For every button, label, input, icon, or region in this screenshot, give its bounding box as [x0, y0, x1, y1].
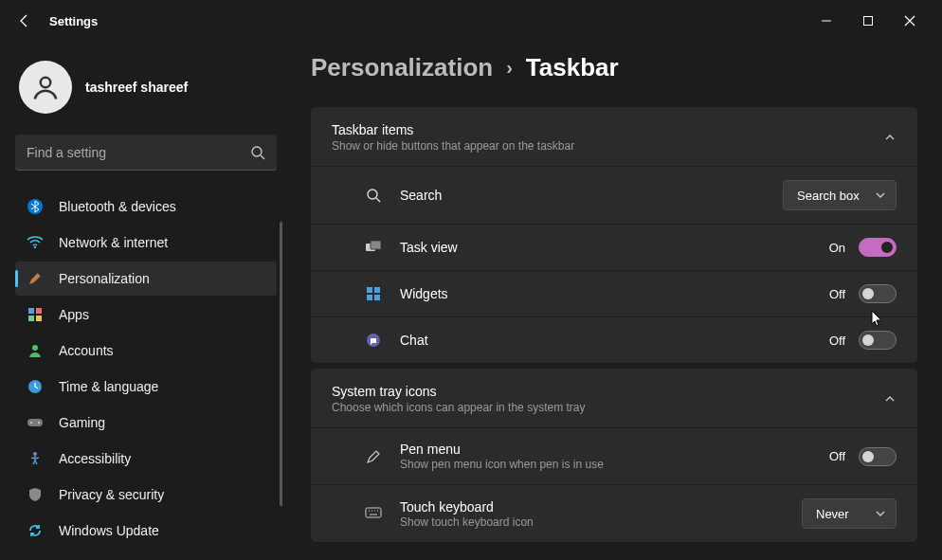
svg-point-14: [30, 422, 32, 424]
sidebar-item-bluetooth[interactable]: Bluetooth & devices: [15, 190, 277, 224]
toggle-state-label: Off: [829, 334, 845, 348]
window-title: Settings: [49, 14, 98, 28]
widgets-icon: [364, 286, 383, 301]
svg-line-4: [261, 155, 264, 159]
chevron-up-icon: [883, 392, 897, 406]
back-button[interactable]: [8, 4, 42, 38]
search-icon: [250, 145, 265, 160]
accessibility-icon: [27, 450, 44, 467]
search-field[interactable]: [27, 145, 250, 160]
row-subtitle: Show pen menu icon when pen is in use: [400, 458, 829, 471]
svg-rect-24: [374, 295, 380, 300]
task-view-icon: [364, 241, 383, 254]
sidebar-item-apps[interactable]: Apps: [15, 298, 277, 332]
minimize-button[interactable]: [817, 11, 836, 30]
person-icon: [27, 342, 44, 359]
row-title: Widgets: [400, 286, 829, 301]
row-search: Search Search box: [311, 166, 917, 224]
row-title: Touch keyboard: [400, 499, 802, 515]
row-title: Search: [400, 188, 783, 203]
widgets-toggle[interactable]: [859, 284, 897, 303]
chevron-right-icon: ›: [506, 57, 513, 79]
clock-icon: [27, 378, 44, 395]
svg-rect-8: [36, 308, 42, 314]
sidebar-item-time-language[interactable]: Time & language: [15, 370, 277, 404]
paintbrush-icon: [27, 270, 44, 287]
maximize-button[interactable]: [859, 11, 878, 30]
group-title: Taskbar items: [332, 122, 883, 137]
svg-line-18: [376, 198, 380, 202]
sidebar-item-label: Privacy & security: [59, 487, 164, 502]
sidebar-item-label: Personalization: [59, 271, 150, 286]
user-name: tashreef shareef: [85, 80, 188, 95]
svg-point-15: [38, 422, 40, 424]
dropdown-value: Search box: [797, 189, 860, 203]
close-button[interactable]: [900, 11, 919, 30]
svg-point-2: [41, 78, 51, 88]
row-touch-keyboard: Touch keyboard Show touch keyboard icon …: [311, 484, 917, 542]
touch-keyboard-dropdown[interactable]: Never: [802, 498, 897, 529]
svg-rect-1: [864, 17, 873, 26]
svg-rect-7: [28, 308, 34, 314]
pen-menu-toggle[interactable]: [859, 447, 897, 466]
svg-point-17: [368, 190, 377, 199]
svg-point-16: [33, 452, 37, 456]
task-view-toggle[interactable]: [859, 238, 897, 257]
chevron-down-icon: [875, 190, 886, 201]
svg-rect-21: [367, 287, 372, 293]
shield-icon: [27, 486, 44, 503]
dropdown-value: Never: [816, 507, 849, 521]
sidebar-item-gaming[interactable]: Gaming: [15, 406, 277, 440]
sidebar-item-label: Apps: [59, 307, 89, 322]
sidebar-item-label: Bluetooth & devices: [59, 199, 176, 214]
search-input[interactable]: [15, 135, 277, 171]
toggle-state-label: Off: [829, 287, 845, 301]
row-task-view: Task view On: [311, 224, 917, 270]
sidebar-item-accessibility[interactable]: Accessibility: [15, 442, 277, 476]
svg-point-6: [34, 246, 36, 248]
sidebar-item-label: Accessibility: [59, 451, 131, 466]
apps-icon: [27, 306, 44, 323]
chat-toggle[interactable]: [859, 331, 897, 350]
group-header-system-tray[interactable]: System tray icons Choose which icons can…: [311, 369, 917, 427]
group-header-taskbar-items[interactable]: Taskbar items Show or hide buttons that …: [311, 107, 917, 166]
sidebar-item-network[interactable]: Network & internet: [15, 226, 277, 260]
svg-rect-23: [367, 295, 372, 300]
group-subtitle: Show or hide buttons that appear on the …: [332, 139, 883, 153]
user-profile[interactable]: tashreef shareef: [15, 53, 277, 131]
wifi-icon: [27, 234, 44, 251]
gamepad-icon: [27, 414, 44, 431]
sidebar-item-windows-update[interactable]: Windows Update: [15, 514, 277, 548]
sidebar-item-personalization[interactable]: Personalization: [15, 262, 277, 296]
chevron-up-icon: [883, 131, 897, 144]
avatar: [19, 61, 72, 114]
row-widgets: Widgets Off: [311, 270, 917, 316]
sidebar-item-privacy[interactable]: Privacy & security: [15, 478, 277, 512]
sidebar-scrollbar[interactable]: [280, 222, 282, 506]
chat-icon: [364, 333, 383, 348]
row-subtitle: Show touch keyboard icon: [400, 515, 802, 529]
toggle-state-label: On: [829, 241, 845, 255]
bluetooth-icon: [27, 198, 44, 215]
breadcrumb-parent[interactable]: Personalization: [311, 53, 493, 82]
sidebar-item-label: Network & internet: [59, 235, 168, 250]
sidebar-item-label: Gaming: [59, 415, 105, 430]
sidebar-item-label: Time & language: [59, 379, 158, 394]
svg-point-3: [252, 147, 262, 156]
keyboard-icon: [364, 507, 383, 520]
row-title: Pen menu: [400, 442, 829, 457]
group-subtitle: Choose which icons can appear in the sys…: [332, 401, 883, 414]
update-icon: [27, 522, 44, 539]
search-dropdown[interactable]: Search box: [783, 180, 897, 210]
row-title: Task view: [400, 240, 829, 255]
row-pen-menu: Pen menu Show pen menu icon when pen is …: [311, 427, 917, 484]
sidebar-item-accounts[interactable]: Accounts: [15, 334, 277, 368]
chevron-down-icon: [875, 508, 886, 519]
svg-rect-10: [36, 316, 42, 321]
svg-rect-26: [366, 508, 381, 517]
svg-rect-22: [374, 287, 380, 293]
pen-icon: [364, 448, 383, 465]
svg-point-11: [32, 345, 38, 351]
breadcrumb: Personalization › Taskbar: [311, 53, 917, 82]
sidebar-item-label: Accounts: [59, 343, 114, 358]
